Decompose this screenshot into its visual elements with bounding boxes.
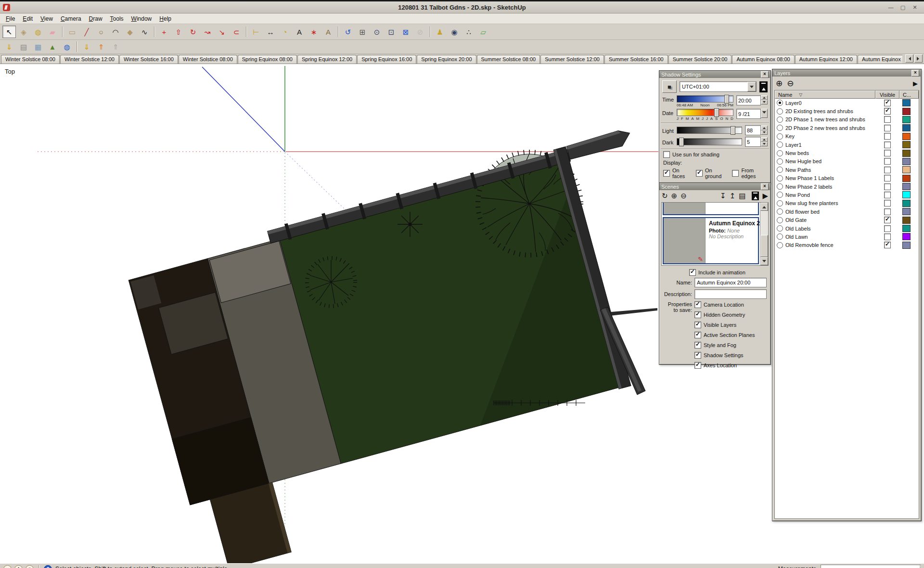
scene-tab-3[interactable]: Winter Solstice 08:00 [179, 55, 237, 64]
orbit-tool[interactable]: ↺ [341, 26, 355, 38]
timezone-select[interactable]: UTC+01:00 [680, 81, 757, 92]
date-value-field[interactable]: 9 /21 [736, 109, 761, 119]
layer-visible-checkbox[interactable] [884, 242, 891, 248]
axes-tool[interactable]: ∗ [307, 26, 321, 38]
layer-color-swatch[interactable] [902, 124, 911, 131]
layer-row[interactable]: New beds [775, 149, 919, 157]
layer-row[interactable]: New slug free planters [775, 199, 919, 207]
menu-tools[interactable]: Tools [106, 14, 128, 23]
close-icon[interactable]: × [911, 70, 919, 77]
layer-visible-checkbox[interactable] [884, 217, 891, 223]
rectangle-tool[interactable]: ▭ [65, 26, 79, 38]
light-slider[interactable] [677, 127, 742, 134]
geo-location-icon[interactable]: ● [3, 565, 12, 568]
column-header-visible[interactable]: Visible [875, 90, 899, 99]
add-layer-button[interactable]: ⊕ [776, 78, 783, 89]
push-pull-tool[interactable]: ⇧ [172, 26, 185, 38]
polygon-tool[interactable]: ◆ [123, 26, 137, 38]
layer-active-radio[interactable] [777, 108, 783, 115]
axes-location-checkbox[interactable] [694, 362, 701, 369]
3d-text-tool[interactable]: A [321, 26, 335, 38]
scene-list-item-selected[interactable]: ✎ Autumn Equinox 20:00 Photo: None No De… [663, 217, 759, 264]
layer-visible-checkbox[interactable] [884, 125, 891, 131]
layer-color-swatch[interactable] [902, 158, 911, 165]
layer-color-swatch[interactable] [902, 116, 911, 123]
date-slider[interactable] [677, 109, 733, 116]
layer-active-radio[interactable] [777, 242, 783, 248]
from-edges-checkbox[interactable] [732, 170, 739, 177]
section-plane-tool[interactable]: ▱ [476, 26, 490, 38]
zoom-extents-tool[interactable]: ⊠ [399, 26, 412, 38]
scrollbar-thumb[interactable] [760, 235, 768, 257]
layer-color-swatch[interactable] [902, 217, 911, 224]
layer-row[interactable]: New Paths [775, 166, 919, 174]
update-scene-button[interactable]: ↻ [662, 192, 668, 200]
layer-row[interactable]: Old Removble fence [775, 241, 919, 249]
layer-active-radio[interactable] [777, 150, 783, 156]
chevron-down-icon[interactable] [747, 82, 756, 91]
layer-active-radio[interactable] [777, 116, 783, 123]
layer-visible-checkbox[interactable] [884, 175, 891, 181]
protractor-tool[interactable]: ◔ [278, 26, 292, 38]
layer-row[interactable]: Old Gate [775, 216, 919, 224]
layer-color-swatch[interactable] [902, 233, 911, 240]
shadow-settings-checkbox[interactable] [694, 352, 701, 359]
layer-color-swatch[interactable] [902, 183, 911, 190]
person-icon[interactable]: ♟ [14, 565, 23, 568]
scene-tab-6[interactable]: Spring Equinox 16:00 [357, 55, 416, 64]
close-window-button[interactable]: ✕ [910, 3, 920, 11]
menu-draw[interactable]: Draw [85, 14, 106, 23]
scene-tab-11[interactable]: Summer Solstice 20:00 [668, 55, 732, 64]
date-dropdown-button[interactable] [761, 109, 768, 118]
offset-tool[interactable]: ⊂ [230, 26, 243, 38]
line-tool[interactable]: ╱ [80, 26, 93, 38]
layer-visible-checkbox[interactable] [884, 116, 891, 123]
scene-tab-2[interactable]: Winter Solstice 16:00 [119, 55, 178, 64]
layer-active-radio[interactable] [777, 233, 783, 240]
scene-description-input[interactable] [694, 289, 767, 299]
eraser-tool[interactable]: ▰ [46, 26, 59, 38]
layer-visible-checkbox[interactable] [884, 200, 891, 207]
scene-tab-12[interactable]: Autumn Equinox 08:00 [732, 55, 794, 64]
layer-row[interactable]: New Pond [775, 191, 919, 199]
layer-active-radio[interactable] [777, 217, 783, 223]
close-icon[interactable]: × [761, 183, 769, 190]
layer-row[interactable]: 2D Phase 1 new trees and shrubs [775, 116, 919, 124]
layer-active-radio[interactable] [777, 192, 783, 198]
layer-row[interactable]: 2D Existing trees and shrubs [775, 107, 919, 115]
walk-tool[interactable]: ∴ [462, 26, 475, 38]
on-faces-checkbox[interactable] [663, 170, 670, 177]
dimension-tool[interactable]: ↔ [264, 26, 277, 38]
layer-color-swatch[interactable] [902, 99, 911, 106]
photo-textures-button[interactable]: ▦ [31, 40, 45, 53]
hidden-geometry-checkbox[interactable] [694, 311, 701, 318]
layer-color-swatch[interactable] [902, 208, 911, 215]
share-view-button[interactable]: ▤ [17, 40, 30, 53]
layer-row[interactable]: New Hugle bed [775, 157, 919, 166]
move-scene-down-button[interactable]: ↧ [720, 192, 726, 200]
scenes-titlebar[interactable]: Scenes × [659, 183, 770, 190]
remove-layer-button[interactable]: ⊖ [787, 78, 794, 89]
add-location-button[interactable]: ⇓ [2, 40, 16, 53]
maximize-button[interactable]: ▢ [898, 3, 908, 11]
layer-active-radio[interactable] [777, 133, 783, 140]
layer-color-swatch[interactable] [902, 150, 911, 157]
layer-active-radio[interactable] [777, 200, 783, 207]
layer-visible-checkbox[interactable] [884, 150, 891, 156]
preview-in-google-earth-button[interactable]: ◍ [60, 40, 74, 53]
menu-file[interactable]: File [2, 14, 19, 23]
light-value-field[interactable]: 88 [745, 125, 761, 135]
move-tool[interactable]: + [157, 26, 171, 38]
toggle-details-button[interactable] [752, 192, 759, 200]
layer-visible-checkbox[interactable] [884, 108, 891, 115]
dark-stepper[interactable] [761, 137, 768, 146]
pan-tool[interactable]: ⊞ [356, 26, 369, 38]
scene-tab-5[interactable]: Spring Equinox 12:00 [297, 55, 357, 64]
layer-active-radio[interactable] [777, 158, 783, 165]
layer-visible-checkbox[interactable] [884, 158, 891, 165]
dark-value-field[interactable]: 5 [745, 137, 761, 147]
arc-tool[interactable]: ◠ [109, 26, 122, 38]
column-header-name[interactable]: Name ▽ [775, 90, 875, 99]
layer-active-radio[interactable] [777, 167, 783, 173]
layer-row[interactable]: New Phase 1 Labels [775, 174, 919, 182]
